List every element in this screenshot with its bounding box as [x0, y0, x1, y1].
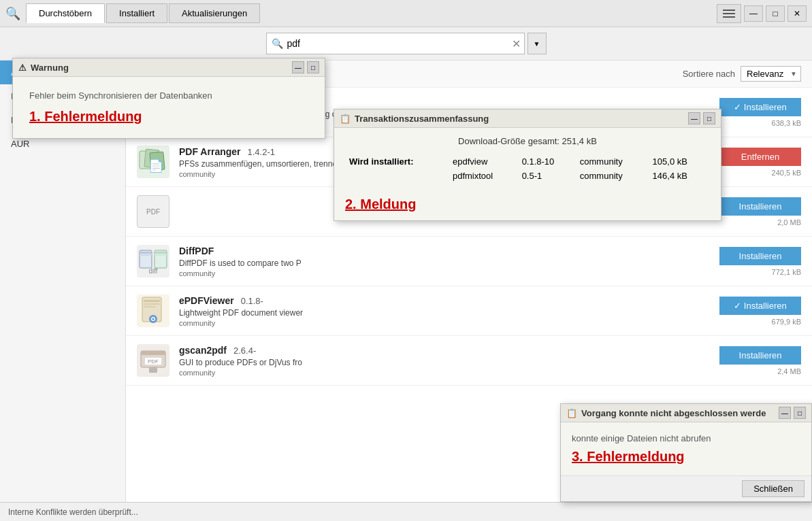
title-bar-left: 🔍 Durchstöbern Installiert Aktualisierun…: [5, 3, 260, 23]
package-size: 772,1 kB: [772, 268, 801, 276]
install-button[interactable]: Installieren: [719, 346, 801, 365]
package-version: 1.4.2-1: [248, 147, 275, 157]
package-actions: Entfernen 240,5 kB: [719, 148, 801, 177]
dialog-error-bottom-footer: Schließen: [561, 475, 811, 501]
package-name: ePDFViewer: [179, 295, 234, 306]
table-row: diff DiffPDF DiffPDF is used to compare …: [126, 237, 812, 286]
dialog-error-bottom: 📋 Vorgang konnte nicht abgeschlossen wer…: [560, 403, 812, 502]
svg-rect-15: [140, 254, 152, 256]
search-dropdown-button[interactable]: ▼: [527, 33, 547, 54]
sort-select-wrap: Relevanz Name Datum ▼: [741, 66, 801, 82]
title-bar-right: — □ ✕: [717, 4, 807, 23]
search-icon: 🔍: [272, 38, 283, 49]
dialog-warning-title-text: Warnung: [31, 63, 69, 73]
svg-text:📄: 📄: [148, 158, 164, 173]
package-actions: Installieren 772,1 kB: [719, 247, 801, 276]
package-size: 2,0 MB: [777, 218, 801, 226]
close-button[interactable]: ✕: [787, 5, 807, 22]
search-bar: 🔍 ✕ ▼: [0, 27, 812, 61]
tab-installiert[interactable]: Installiert: [106, 3, 167, 23]
sort-select[interactable]: Relevanz Name Datum: [741, 66, 801, 82]
search-input[interactable]: [266, 33, 525, 54]
table-row: PDF gscan2pdf 2.6.4- GUI to produce PDFs…: [126, 336, 812, 386]
svg-rect-23: [144, 303, 160, 305]
package-info-epdfviewer: ePDFViewer 0.1.8- Lightweight PDF docume…: [179, 295, 710, 327]
dialog-error-bottom-minimize[interactable]: —: [779, 407, 791, 419]
install-button[interactable]: Installieren: [719, 247, 801, 265]
svg-text:diff: diff: [148, 267, 157, 275]
install-button[interactable]: ✓ Installieren: [719, 98, 801, 116]
dialog-warning-controls: — □: [292, 61, 319, 73]
dialog-warning-maximize[interactable]: □: [307, 61, 319, 73]
dialog-error-bottom-maximize[interactable]: □: [794, 407, 806, 419]
transaction-size-value: 251,4 kB: [562, 136, 597, 146]
status-text: Interne Konflikte werden überprüft...: [8, 507, 138, 517]
package-icon-pdf-arranger: 📄: [137, 146, 169, 178]
close-button[interactable]: Schließen: [742, 480, 805, 497]
package-icon-epdfviewer: [137, 295, 169, 327]
install-button[interactable]: ✓ Installieren: [719, 297, 801, 315]
error-bottom-text: konnte einige Dateien nicht abrufen: [572, 433, 711, 443]
error-bottom-icon: 📋: [566, 408, 577, 418]
sort-label: Sortiere nach: [683, 69, 735, 79]
package-name: gscan2pdf: [179, 345, 227, 356]
dialog-transaction-controls: — □: [688, 112, 715, 124]
maximize-button[interactable]: □: [766, 5, 785, 22]
package-size: 2,4 MB: [777, 367, 801, 375]
transaction-table: Wird installiert: epdfview 0.1.8-10 comm…: [345, 154, 710, 183]
package-size: 240,5 kB: [772, 169, 801, 177]
dialog-error-bottom-header: 📋 Vorgang konnte nicht abgeschlossen wer…: [561, 404, 811, 422]
dialog-warning-body: Fehler beim Synchronisieren der Datenban…: [13, 77, 325, 138]
fehlermeldung-3-link[interactable]: 3. Fehlermeldung: [572, 449, 800, 465]
package-icon-diffpdf: diff: [137, 245, 169, 278]
minimize-button[interactable]: —: [744, 5, 763, 22]
install-button[interactable]: Installieren: [719, 197, 801, 216]
package-icon-3: PDF: [137, 195, 169, 228]
fehlermeldung-1-link[interactable]: 1. Fehlermeldung: [29, 109, 308, 124]
title-bar-tabs: Durchstöbern Installiert Aktualisierunge…: [26, 3, 260, 23]
dialog-transaction-minimize[interactable]: —: [688, 112, 700, 124]
tab-aktualisierungen[interactable]: Aktualisierungen: [169, 3, 260, 23]
search-input-wrap: 🔍 ✕: [266, 33, 525, 54]
package-title-row: DiffPDF: [179, 246, 710, 256]
table-row: ePDFViewer 0.1.8- Lightweight PDF docume…: [126, 286, 812, 336]
package-actions: ✓ Installieren 679,9 kB: [719, 297, 801, 326]
dialog-warning-header: ⚠ Warnung — □: [13, 58, 325, 77]
package-actions: Installieren 2,0 MB: [719, 197, 801, 226]
search-clear-icon[interactable]: ✕: [512, 37, 521, 50]
hamburger-menu-button[interactable]: [717, 4, 741, 23]
package-repo: community: [179, 369, 710, 377]
meldung-2-link[interactable]: 2. Meldung: [345, 197, 710, 212]
package-title-row: gscan2pdf 2.6.4-: [179, 345, 710, 356]
hamburger-line-1: [723, 10, 735, 11]
tab-durchstoebern[interactable]: Durchstöbern: [26, 3, 105, 23]
dialog-error-bottom-body: konnte einige Dateien nicht abrufen 3. F…: [561, 422, 811, 475]
svg-point-27: [152, 318, 155, 320]
svg-rect-30: [141, 351, 165, 355]
dialog-error-bottom-title-text: Vorgang konnte nicht abgeschlossen werde: [581, 408, 766, 418]
dialog-warning-text: Fehler beim Synchronisieren der Datenban…: [29, 90, 212, 101]
hamburger-line-2: [723, 13, 735, 14]
package-repo: community: [179, 269, 710, 278]
package-size: 638,3 kB: [772, 119, 801, 127]
package-version: 0.1.8-: [241, 296, 263, 306]
svg-text:PDF: PDF: [148, 358, 159, 365]
transaction-pkg2-repo: community: [576, 169, 649, 183]
transaction-pkg1-version: 0.1.8-10: [518, 154, 576, 169]
dialog-transaction-maximize[interactable]: □: [703, 112, 715, 124]
transaction-pkg1-name: epdfview: [449, 154, 518, 169]
transaction-install-label: Wird installiert:: [345, 154, 449, 169]
status-bar: Interne Konflikte werden überprüft...: [0, 502, 812, 521]
dialog-transaction-title: 📋 Transaktionszusammenfassung: [340, 114, 489, 124]
package-description: GUI to produce PDFs or DjVus fro: [179, 358, 710, 367]
remove-button[interactable]: Entfernen: [719, 148, 801, 166]
package-version: 2.6.4-: [233, 346, 256, 356]
svg-rect-17: [155, 252, 167, 254]
transaction-pkg2-size: 146,4 kB: [649, 169, 710, 183]
svg-rect-14: [140, 252, 152, 254]
title-bar: 🔍 Durchstöbern Installiert Aktualisierun…: [0, 0, 812, 27]
dialog-warning-minimize[interactable]: —: [292, 61, 304, 73]
transaction-pkg2-version: 0.5-1: [518, 169, 576, 183]
transaction-pkg2-name: pdfmixtool: [449, 169, 518, 183]
package-icon-gscan2pdf: PDF: [137, 344, 169, 377]
